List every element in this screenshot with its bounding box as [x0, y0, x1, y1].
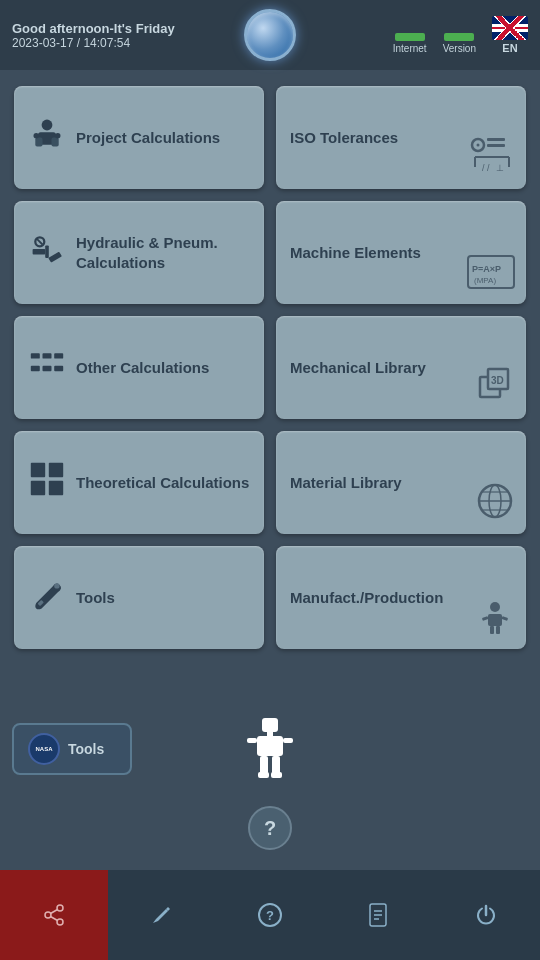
svg-rect-51 — [267, 732, 273, 736]
svg-text:/ /: / / — [482, 163, 490, 173]
svg-rect-48 — [490, 626, 494, 634]
svg-rect-8 — [487, 138, 505, 141]
datetime-text: 2023-03-17 / 14:07:54 — [12, 36, 175, 50]
machine-elements-icon: P=A×P (MPA) — [466, 254, 516, 296]
svg-line-19 — [37, 239, 42, 244]
svg-point-60 — [45, 912, 51, 918]
header-center — [244, 9, 296, 61]
mechanical-library-icon: 3D — [474, 365, 516, 411]
svg-rect-46 — [482, 616, 489, 621]
svg-rect-53 — [247, 738, 257, 743]
nav-document-button[interactable] — [324, 870, 432, 960]
tools-icon — [28, 576, 66, 619]
other-calc-icon — [28, 346, 66, 389]
svg-rect-23 — [31, 353, 40, 358]
svg-rect-47 — [501, 616, 508, 621]
svg-point-3 — [34, 133, 39, 138]
svg-rect-9 — [487, 144, 505, 147]
manufact-label: Manufact./Production — [290, 588, 443, 608]
svg-text:?: ? — [266, 908, 274, 923]
theoretical-calc-label: Theoretical Calculations — [76, 473, 249, 493]
svg-line-62 — [51, 910, 58, 914]
svg-rect-27 — [43, 366, 52, 371]
internet-bar — [395, 33, 425, 41]
question-button[interactable]: ? — [248, 806, 292, 850]
tile-other-calculations[interactable]: Other Calculations — [14, 316, 264, 419]
nav-help-button[interactable]: ? — [216, 870, 324, 960]
svg-rect-17 — [48, 252, 62, 263]
machine-elements-label: Machine Elements — [290, 243, 421, 263]
nav-edit-button[interactable] — [108, 870, 216, 960]
status-row: Internet Version EN — [393, 16, 528, 54]
svg-rect-56 — [272, 756, 280, 774]
svg-line-63 — [51, 917, 58, 921]
tile-tools[interactable]: Tools — [14, 546, 264, 649]
svg-text:P=A×P: P=A×P — [472, 264, 501, 274]
hydraulic-icon — [28, 231, 66, 274]
svg-rect-45 — [488, 614, 502, 626]
svg-rect-36 — [49, 481, 63, 495]
tile-hydraulic-pneum[interactable]: Hydraulic & Pneum. Calculations — [14, 201, 264, 304]
version-bar — [444, 33, 474, 41]
nav-share-button[interactable] — [0, 870, 108, 960]
svg-rect-55 — [260, 756, 268, 774]
svg-rect-35 — [31, 481, 45, 495]
svg-point-43 — [54, 583, 59, 588]
manufact-icon — [474, 597, 516, 641]
material-library-icon — [474, 482, 516, 526]
hydraulic-label: Hydraulic & Pneum. Calculations — [76, 233, 250, 272]
header-status: Internet Version EN — [393, 16, 528, 54]
svg-text:⊥: ⊥ — [496, 163, 504, 173]
bottom-nav: ? — [0, 870, 540, 960]
iso-tolerances-icon: / / ⊥ — [468, 135, 516, 181]
tile-manufact-production[interactable]: Manufact./Production — [276, 546, 526, 649]
svg-rect-58 — [271, 772, 282, 778]
svg-point-59 — [57, 905, 63, 911]
svg-rect-26 — [31, 366, 40, 371]
tools-label: Tools — [76, 588, 115, 608]
svg-point-7 — [477, 144, 480, 147]
nasa-tools-label: Tools — [68, 741, 104, 757]
tile-theoretical-calculations[interactable]: Theoretical Calculations — [14, 431, 264, 534]
svg-rect-50 — [262, 718, 278, 732]
header-info: Good afternoon-It's Friday 2023-03-17 / … — [12, 21, 175, 50]
header: Good afternoon-It's Friday 2023-03-17 / … — [0, 0, 540, 70]
svg-rect-28 — [54, 366, 63, 371]
flag-icon — [492, 16, 528, 40]
internet-status: Internet — [393, 33, 427, 54]
theoretical-calc-icon — [28, 461, 66, 504]
svg-rect-24 — [43, 353, 52, 358]
version-status: Version — [443, 33, 476, 54]
internet-label: Internet — [393, 43, 427, 54]
main-grid: Project Calculations ISO Tolerances / / … — [0, 70, 540, 665]
svg-point-5 — [55, 133, 60, 138]
version-label: Version — [443, 43, 476, 54]
tile-material-library[interactable]: Material Library — [276, 431, 526, 534]
svg-rect-52 — [257, 736, 283, 756]
globe-button[interactable] — [244, 9, 296, 61]
other-calc-label: Other Calculations — [76, 358, 209, 378]
project-calc-label: Project Calculations — [76, 128, 220, 148]
svg-rect-54 — [283, 738, 293, 743]
svg-text:3D: 3D — [491, 375, 504, 386]
svg-rect-4 — [52, 138, 59, 147]
nav-power-button[interactable] — [432, 870, 540, 960]
svg-rect-16 — [45, 245, 49, 258]
nasa-tools-button[interactable]: NASA Tools — [12, 723, 132, 775]
greeting-text: Good afternoon-It's Friday — [12, 21, 175, 36]
tile-project-calculations[interactable]: Project Calculations — [14, 86, 264, 189]
material-library-label: Material Library — [290, 473, 402, 493]
svg-rect-49 — [496, 626, 500, 634]
tile-machine-elements[interactable]: Machine Elements P=A×P (MPA) — [276, 201, 526, 304]
svg-rect-57 — [258, 772, 269, 778]
svg-rect-33 — [31, 463, 45, 477]
tile-mechanical-library[interactable]: Mechanical Library 3D — [276, 316, 526, 419]
svg-rect-34 — [49, 463, 63, 477]
svg-rect-15 — [33, 249, 46, 254]
lang-label: EN — [502, 42, 517, 54]
svg-text:(MPA): (MPA) — [474, 276, 496, 285]
language-status: EN — [492, 16, 528, 54]
tile-iso-tolerances[interactable]: ISO Tolerances / / ⊥ — [276, 86, 526, 189]
project-calc-icon — [28, 116, 66, 159]
svg-point-44 — [490, 602, 500, 612]
